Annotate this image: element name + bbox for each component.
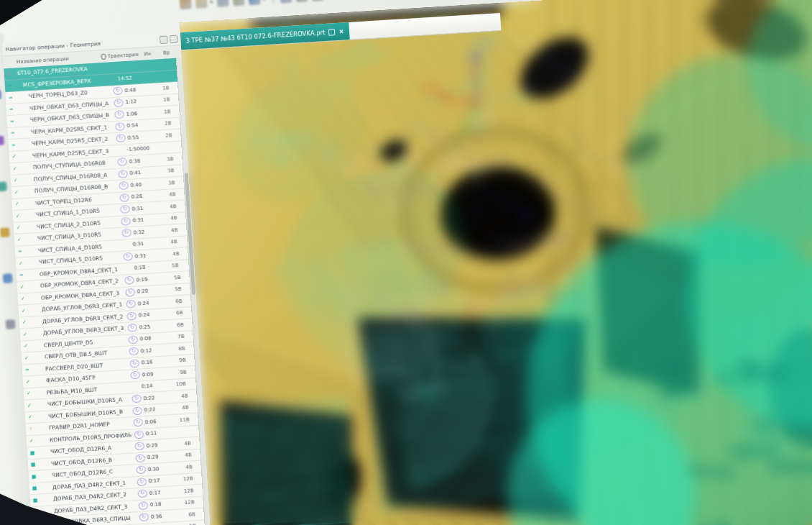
regenerate-icon: ↻: [125, 288, 135, 297]
operation-status-icon: ✓: [9, 154, 19, 160]
regenerate-icon: ↻: [135, 454, 145, 462]
operation-time: 1:12: [125, 98, 148, 105]
table-grid-icon[interactable]: [217, 0, 229, 7]
operation-status-icon: ✓: [20, 332, 30, 338]
operation-status-icon: ✓: [11, 189, 22, 196]
operation-status-icon: ■: [29, 485, 40, 492]
operation-tool: 4В: [156, 227, 177, 234]
column-header-time[interactable]: Вр: [157, 50, 175, 57]
operation-tool: [169, 432, 190, 433]
operation-tool: 1В: [147, 85, 169, 92]
column-header-toolpath[interactable]: Траектория: [101, 52, 138, 60]
constraint-navigator-icon[interactable]: [0, 136, 4, 146]
regenerate-icon: ↻: [120, 205, 130, 214]
operation-tool: 4В: [154, 204, 176, 211]
operation-status-icon: ✓: [24, 402, 34, 408]
operation-tool: 2В: [149, 121, 171, 128]
operation-time: 0:36: [151, 513, 174, 520]
operation-tool: 4В: [166, 393, 188, 400]
pencil-icon[interactable]: [180, 0, 192, 9]
operation-time: -1:50000: [126, 145, 149, 152]
regenerate-icon: ↻: [126, 312, 137, 321]
dropdown-arrow-icon[interactable]: [210, 0, 213, 3]
regenerate-icon: ↻: [128, 335, 138, 344]
part-navigator-icon[interactable]: [0, 181, 7, 191]
regenerate-icon: ↻: [126, 300, 136, 309]
operation-time: 0:12: [140, 347, 163, 354]
render-style-icon[interactable]: [280, 0, 292, 4]
operation-time: 0:38: [129, 158, 152, 165]
operation-status-icon: ✓: [27, 438, 37, 444]
regenerate-icon: ↻: [127, 324, 137, 332]
regenerate-icon: ↻: [138, 501, 148, 510]
operation-status-icon: ≈: [6, 106, 17, 113]
operation-time: 0:55: [127, 134, 150, 141]
operation-status-icon: ✓: [18, 296, 28, 302]
operation-time: 0:31: [132, 205, 154, 212]
operation-status-icon: ■: [30, 497, 40, 503]
operation-status-icon: ✓: [13, 213, 23, 219]
operation-time: 0:41: [129, 169, 152, 176]
operation-time: [112, 66, 135, 68]
operation-time: 0:16: [141, 359, 164, 366]
operation-time: 0:19: [136, 275, 159, 283]
hd3d-tools-icon[interactable]: [3, 273, 13, 283]
operation-time: 0:31: [132, 216, 155, 224]
operation-time: 0:29: [147, 454, 170, 461]
operation-status-icon: ✓: [14, 237, 24, 243]
operation-status-icon: ✓: [22, 355, 32, 362]
operation-time: 0:48: [124, 86, 147, 93]
operation-tool: 8В: [163, 345, 185, 352]
regenerate-icon: ↻: [119, 193, 129, 202]
operation-time: 0:29: [146, 442, 169, 449]
angle-free-icon[interactable]: [311, 0, 323, 1]
regenerate-icon: ↻: [134, 442, 144, 451]
operation-status-icon: ✓: [25, 414, 35, 421]
history-icon[interactable]: [6, 319, 16, 329]
regenerate-icon: ↻: [139, 513, 149, 522]
close-tab-icon[interactable]: ×: [338, 27, 344, 35]
operation-status-icon: ≈: [8, 130, 18, 137]
operation-time: 0:31: [134, 252, 157, 260]
operation-tool: 3В: [153, 180, 175, 187]
navigator-minimize-button[interactable]: [160, 35, 168, 44]
operation-time: 0:17: [149, 477, 172, 484]
operation-tool: 4В: [170, 452, 191, 460]
operation-tool: 4В: [169, 440, 190, 447]
angle-snap-icon[interactable]: [296, 0, 308, 2]
column-header-tool[interactable]: Ин: [138, 50, 157, 58]
operation-time: 0:24: [138, 311, 161, 319]
operation-status-icon: ≈: [6, 94, 16, 101]
assembly-navigator-icon[interactable]: [0, 90, 1, 100]
regenerate-icon: ↻: [114, 111, 124, 119]
operation-status-icon: ✓: [24, 391, 34, 397]
pin-tab-icon[interactable]: [328, 29, 336, 36]
operation-tool: 5В: [160, 286, 181, 293]
regenerate-icon: ↻: [132, 406, 142, 415]
operation-tool: 2В: [150, 132, 172, 140]
navigator-close-button[interactable]: [170, 35, 178, 44]
operation-time: 0:08: [139, 335, 162, 342]
hand-icon[interactable]: [195, 0, 208, 9]
regenerate-icon: ↻: [115, 122, 125, 131]
regenerate-icon: ↻: [129, 347, 139, 356]
operation-tool: 12В: [172, 488, 193, 495]
operation-status-icon: ≈: [17, 272, 27, 278]
reuse-library-icon[interactable]: [0, 227, 10, 237]
operation-status-icon: ✓: [17, 284, 27, 291]
operation-tool: 4В: [157, 251, 179, 258]
cube-shaded-icon[interactable]: [249, 0, 261, 5]
operation-status-icon: ✓: [14, 224, 24, 231]
regenerate-icon: ↻: [121, 217, 131, 226]
regenerate-icon: ↻: [136, 466, 146, 475]
graphics-viewport[interactable]: 3 ТРЕ №37 №43 6Т10 072.6-FREZEROVKA.prt …: [180, 0, 812, 525]
toolbar-separator: [272, 0, 274, 3]
operation-time: 0:25: [139, 323, 162, 330]
operation-status-icon: ≈: [7, 118, 17, 124]
operation-time: 0:17: [149, 489, 172, 496]
operation-time: 0:54: [126, 122, 149, 129]
operation-status-icon: ✓: [21, 343, 31, 350]
operation-status-icon: ■: [28, 462, 38, 468]
cube-wire-icon[interactable]: [233, 0, 245, 6]
monitor-photo: Навигатор операции - Геометрия Название …: [0, 0, 812, 525]
